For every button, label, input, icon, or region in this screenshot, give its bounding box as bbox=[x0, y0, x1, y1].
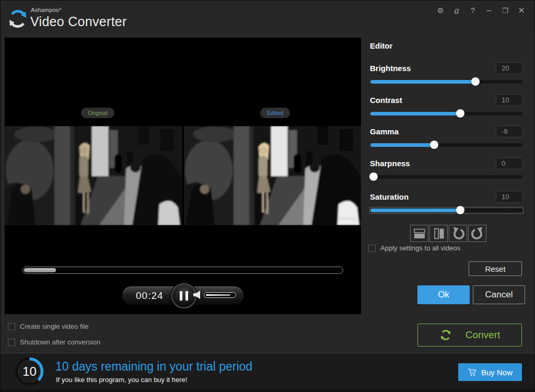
edited-video-frame: KateCat bbox=[184, 126, 362, 225]
pause-button[interactable] bbox=[171, 283, 196, 308]
rotate-right-icon bbox=[471, 227, 484, 240]
brightness-slider-thumb[interactable] bbox=[471, 77, 480, 86]
trial-bar: 10 10 days remaining in your trial perio… bbox=[1, 353, 534, 389]
rotate-left-button[interactable] bbox=[449, 225, 467, 242]
brightness-slider[interactable] bbox=[370, 80, 522, 84]
saturation-label: Saturation bbox=[370, 192, 409, 201]
split-horizontal-icon bbox=[413, 227, 426, 240]
pause-icon bbox=[180, 291, 188, 301]
sharpness-label: Sharpness bbox=[370, 159, 410, 168]
cancel-button[interactable]: Cancel bbox=[473, 285, 525, 304]
volume-slider[interactable] bbox=[204, 292, 236, 298]
create-single-file-label: Create single video file bbox=[20, 322, 89, 330]
rotate-right-button[interactable] bbox=[468, 225, 486, 242]
speaker-icon bbox=[193, 291, 200, 299]
app-logo-icon bbox=[7, 8, 29, 30]
playback-time: 00:24 bbox=[136, 290, 164, 302]
seekbar-fill bbox=[24, 268, 56, 272]
gamma-value-field[interactable]: -9 bbox=[496, 125, 523, 137]
contrast-label: Contrast bbox=[370, 96, 402, 105]
apply-all-checkbox-row[interactable]: Apply settings to all videos bbox=[368, 244, 460, 252]
split-horizontal-button[interactable] bbox=[410, 225, 428, 242]
player-controls: 00:24 bbox=[122, 286, 244, 305]
watermark-text: KateCat bbox=[160, 216, 177, 221]
original-video-frame: KateCat bbox=[5, 126, 182, 225]
trial-heading: 10 days remaining in your trial period bbox=[55, 360, 252, 374]
sharpness-slider-thumb[interactable] bbox=[369, 172, 378, 181]
brightness-label: Brightness bbox=[370, 64, 411, 73]
apply-all-label: Apply settings to all videos bbox=[380, 244, 460, 252]
trial-days-badge: 10 bbox=[15, 356, 44, 386]
ok-button[interactable]: Ok bbox=[417, 285, 470, 304]
editor-heading: Editor bbox=[370, 41, 392, 50]
sharpness-slider[interactable] bbox=[370, 175, 522, 179]
buy-now-button[interactable]: Buy Now bbox=[458, 363, 522, 381]
gamma-slider-thumb[interactable] bbox=[430, 141, 438, 149]
cart-icon bbox=[468, 368, 476, 376]
reset-button[interactable]: Reset bbox=[469, 261, 522, 276]
volume-control bbox=[193, 291, 236, 299]
view-tools bbox=[410, 225, 486, 242]
saturation-slider-group: Saturation 10 bbox=[370, 191, 523, 213]
convert-label: Convert bbox=[466, 329, 501, 341]
seek-bar[interactable] bbox=[22, 267, 343, 274]
gamma-slider[interactable] bbox=[370, 143, 522, 147]
volume-fill bbox=[206, 294, 230, 296]
shutdown-row[interactable]: Shutdown after conversion bbox=[8, 338, 100, 346]
trial-days-number: 10 bbox=[15, 356, 44, 386]
compare-view: KateCat KateCat bbox=[5, 126, 361, 225]
convert-button[interactable]: Convert bbox=[417, 324, 522, 347]
video-preview-panel: Original Edited KateCat KateCat 00:24 bbox=[5, 38, 361, 314]
buy-now-label: Buy Now bbox=[481, 368, 513, 377]
sharpness-slider-group: Sharpness 0 bbox=[370, 157, 523, 180]
app-title: Video Converter bbox=[30, 14, 127, 29]
app-window: Ashampoo° Video Converter ⚙ a ? – ❐ ✕ Or… bbox=[0, 0, 535, 392]
shutdown-checkbox[interactable] bbox=[8, 339, 15, 346]
saturation-slider-thumb[interactable] bbox=[456, 206, 464, 214]
create-single-file-row[interactable]: Create single video file bbox=[8, 322, 89, 330]
contrast-slider[interactable] bbox=[370, 112, 522, 116]
brightness-value-field[interactable]: 20 bbox=[496, 62, 523, 74]
create-single-file-checkbox[interactable] bbox=[8, 323, 15, 330]
brand-name: Ashampoo° bbox=[31, 7, 62, 13]
editor-panel: Editor Brightness 20 Contrast 10 bbox=[370, 1, 523, 314]
apply-all-checkbox[interactable] bbox=[368, 245, 376, 252]
contrast-value-field[interactable]: 10 bbox=[496, 94, 523, 106]
edited-label: Edited bbox=[260, 108, 290, 118]
rotate-left-icon bbox=[451, 227, 465, 240]
split-vertical-icon bbox=[433, 227, 445, 240]
sharpness-value-field[interactable]: 0 bbox=[496, 157, 523, 169]
gamma-label: Gamma bbox=[370, 127, 399, 136]
original-label: Original bbox=[81, 108, 114, 118]
convert-icon bbox=[439, 329, 452, 341]
bottom-strip bbox=[1, 389, 534, 392]
contrast-slider-group: Contrast 10 bbox=[370, 94, 523, 117]
watermark-text: KateCat bbox=[339, 216, 356, 221]
saturation-slider[interactable] bbox=[370, 209, 522, 212]
trial-subtext: If you like this program, you can buy it… bbox=[56, 376, 187, 384]
brightness-slider-group: Brightness 20 bbox=[370, 62, 523, 85]
shutdown-label: Shutdown after conversion bbox=[20, 338, 100, 346]
saturation-value-field[interactable]: 10 bbox=[496, 191, 523, 203]
split-vertical-button[interactable] bbox=[429, 225, 448, 242]
contrast-slider-thumb[interactable] bbox=[456, 109, 464, 118]
gamma-slider-group: Gamma -9 bbox=[370, 125, 523, 148]
